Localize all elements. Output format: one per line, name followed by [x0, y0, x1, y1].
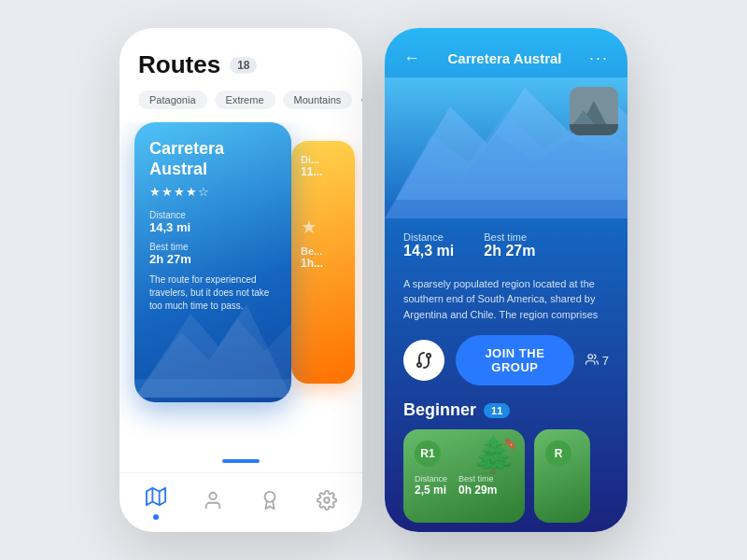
svg-rect-13 — [385, 200, 627, 218]
stats-inline: Distance 14,3 mi Best time 2h 27m — [403, 231, 609, 267]
nav-profile[interactable] — [203, 490, 223, 515]
beginner-header: Beginner 11 — [403, 400, 609, 420]
person-icon — [203, 490, 223, 515]
beg-distance: Distance 2,5 mi — [415, 474, 447, 497]
route-badge-r1: R1 — [415, 441, 441, 467]
route-name: Carretera Austral — [149, 139, 276, 179]
secondary-route-card[interactable]: Di... 11... ★ Be... 1h... — [291, 141, 355, 384]
beginner-section: Beginner 11 🌲 🔖 R1 Distance 2,5 mi Best … — [385, 400, 627, 532]
group-icon — [585, 353, 599, 369]
orange-card-val1: 11... — [301, 165, 345, 178]
distance-label: Distance — [149, 210, 276, 220]
distance-value: 14,3 mi — [403, 243, 454, 259]
nav-settings[interactable] — [317, 490, 337, 515]
nav-map[interactable] — [146, 486, 166, 520]
best-time-value: 2h 27m — [149, 252, 276, 266]
nav-awards[interactable] — [260, 490, 280, 515]
tag-mountains[interactable]: Mountains — [283, 91, 353, 109]
route-icon-circle — [403, 340, 444, 381]
bookmark-icon[interactable]: 🔖 — [503, 437, 517, 450]
gear-icon — [317, 490, 337, 515]
map-icon — [146, 486, 166, 511]
page-indicator — [222, 459, 260, 463]
route-badge-r2: R — [545, 441, 571, 467]
beginner-card-stats: Distance 2,5 mi Best time 0h 29m — [415, 474, 514, 497]
beginner-card-1[interactable]: 🌲 🔖 R1 Distance 2,5 mi Best time 0h 29m — [403, 429, 525, 523]
main-route-card[interactable]: Carretera Austral ★★★★☆ Distance 14,3 mi… — [134, 122, 291, 402]
bottom-navigation — [120, 472, 362, 532]
active-indicator — [153, 514, 159, 520]
award-icon — [260, 490, 280, 515]
beg-dist-val: 2,5 mi — [415, 483, 447, 497]
best-time-value: 2h 27m — [484, 243, 535, 259]
orange-card-label2: Be... — [301, 245, 345, 257]
left-phone: Routes 18 Patagonia Extreme Mountains ··… — [120, 28, 362, 532]
back-button[interactable]: ← — [403, 49, 420, 68]
svg-point-20 — [588, 354, 593, 358]
best-time-label: Best time — [484, 231, 535, 243]
beg-time-val: 0h 29m — [458, 483, 497, 497]
svg-point-6 — [209, 493, 216, 499]
orange-star-icon: ★ — [301, 216, 345, 238]
group-count-value: 7 — [602, 354, 609, 368]
svg-marker-3 — [146, 487, 164, 504]
card-description: The route for experienced travelers, but… — [149, 273, 276, 313]
best-time-stat: Best time 2h 27m — [484, 231, 535, 259]
beg-time: Best time 0h 29m — [458, 474, 497, 497]
screen-title: Carretera Austral — [447, 50, 561, 66]
routes-title: Routes — [138, 50, 220, 79]
tag-row: Patagonia Extreme Mountains ··· — [120, 91, 362, 122]
cards-area: Carretera Austral ★★★★☆ Distance 14,3 mi… — [120, 122, 362, 454]
beg-dist-label: Distance — [415, 474, 447, 483]
join-section: JOIN THE GROUP 7 — [385, 335, 627, 400]
tag-extreme[interactable]: Extreme — [215, 91, 275, 109]
left-header: Routes 18 — [120, 28, 362, 91]
svg-rect-17 — [570, 124, 618, 135]
route-description: A sparsely populated region located at t… — [385, 276, 627, 336]
orange-card-label1: Di... — [301, 154, 345, 165]
beginner-badge: 11 — [484, 403, 510, 418]
tag-patagonia[interactable]: Patagonia — [138, 91, 207, 109]
distance-stat: Distance 14,3 mi — [403, 231, 454, 259]
join-group-button[interactable]: JOIN THE GROUP — [456, 335, 574, 385]
route-stars: ★★★★☆ — [149, 185, 276, 199]
card-content: Carretera Austral ★★★★☆ Distance 14,3 mi… — [149, 139, 276, 313]
beginner-card-2[interactable]: R — [534, 429, 590, 523]
beginner-cards: 🌲 🔖 R1 Distance 2,5 mi Best time 0h 29m … — [403, 429, 609, 523]
right-header: ← Carretera Austral ··· — [385, 28, 627, 77]
right-phone: ← Carretera Austral ··· — [385, 28, 627, 532]
distance-value: 14,3 mi — [149, 220, 276, 234]
svg-point-8 — [324, 497, 330, 503]
thumbnail-image — [570, 87, 618, 135]
hero-image — [385, 77, 627, 218]
orange-card-val2: 1h... — [301, 257, 345, 270]
best-time-label: Best time — [149, 242, 276, 252]
stats-section: Distance 14,3 mi Best time 2h 27m — [385, 218, 627, 276]
beg-time-label: Best time — [458, 474, 497, 483]
distance-label: Distance — [403, 231, 454, 243]
beginner-title: Beginner — [403, 400, 476, 420]
route-path-icon — [413, 349, 435, 371]
group-count: 7 — [585, 353, 609, 369]
more-menu-icon[interactable]: ··· — [589, 49, 609, 68]
svg-rect-2 — [134, 379, 291, 398]
more-options-icon[interactable]: ··· — [359, 91, 362, 108]
routes-badge: 18 — [230, 57, 257, 74]
